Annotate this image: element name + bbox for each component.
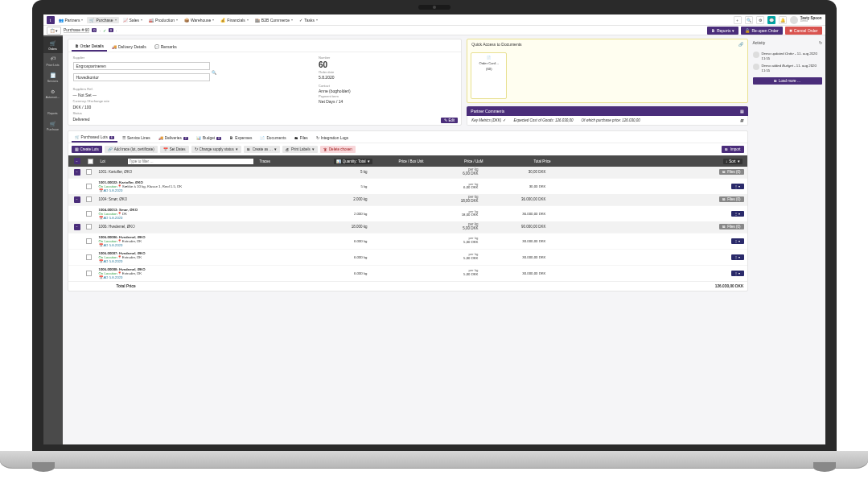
partner-comments-header[interactable]: Partner Comments ▦ bbox=[467, 106, 747, 116]
collapse-all-toggle[interactable]: − bbox=[74, 158, 80, 164]
collapse-toggle[interactable]: − bbox=[74, 169, 80, 176]
nav-financials[interactable]: 💰Financials▾ bbox=[218, 17, 251, 23]
order-date-label: Order date bbox=[319, 70, 456, 74]
reports-button[interactable]: 🗎 Reports ▾ bbox=[707, 27, 739, 35]
left-sidebar: 🛒Orders 🏷Price Lists 🧾Services ⚙Automati… bbox=[43, 35, 63, 444]
delete-chosen-button[interactable]: 🗑 Delete chosen bbox=[320, 146, 356, 153]
add-icon[interactable]: ＋ bbox=[734, 16, 742, 24]
collapse-toggle[interactable]: − bbox=[74, 224, 80, 230]
avatar bbox=[753, 64, 759, 70]
tab-delivery-details[interactable]: 🚚 Delivery Details bbox=[109, 42, 150, 52]
lot-group-name[interactable]: 1004: Smør, ØKO bbox=[99, 197, 308, 201]
activity-refresh-icon[interactable]: ↻ bbox=[819, 40, 822, 45]
attachment-icon[interactable]: 🔗 bbox=[738, 42, 743, 47]
file-icon: 📄 bbox=[487, 56, 491, 60]
group-total: 90.000,00 DKK bbox=[482, 225, 546, 229]
qty-col-header[interactable]: 📊 Quantity: Total ▾ bbox=[334, 159, 372, 164]
group-total: 36.000,00 DKK bbox=[482, 197, 546, 201]
lot-group-name[interactable]: 1001: Kartofler, ØKO bbox=[99, 170, 308, 174]
notifications-icon[interactable]: 🔔 bbox=[779, 16, 787, 24]
group-uom-price: per kg18,00 DKK bbox=[422, 196, 479, 204]
row-checkbox[interactable] bbox=[86, 196, 92, 202]
row-checkbox[interactable] bbox=[86, 169, 92, 175]
tab-purchased-lots[interactable]: 🛒 Purchased Lots 6 bbox=[72, 134, 117, 143]
nav-sales[interactable]: 📈Sales▾ bbox=[121, 17, 146, 23]
chat-icon[interactable]: 💬 bbox=[767, 16, 775, 24]
doc-tile-order-conf[interactable]: 📄 Order Conf… (60) bbox=[471, 52, 507, 99]
nav-partners[interactable]: 👥Partners▾ bbox=[56, 17, 86, 23]
tab-remarks[interactable]: 💬 Remarks bbox=[151, 42, 180, 52]
files-button[interactable]: 🗎 Files (0) bbox=[719, 224, 744, 229]
box-unit-col-header: Price / Box Unit bbox=[377, 159, 426, 164]
edit-button[interactable]: ✎ Edit bbox=[441, 118, 458, 123]
payment-value: Net Days / 14 bbox=[319, 99, 456, 104]
sort-button[interactable]: ↕ Sort ▾ bbox=[723, 159, 743, 164]
import-button[interactable]: 🗎 Import bbox=[722, 146, 744, 153]
avatar bbox=[790, 16, 798, 24]
tab-documents[interactable]: 📄 Documents bbox=[257, 134, 289, 143]
tab-order-details[interactable]: 🗎 Order Details bbox=[72, 42, 107, 52]
row-actions-button[interactable]: ⋮ ▾ bbox=[731, 184, 743, 189]
select-all-checkbox[interactable] bbox=[88, 159, 93, 164]
row-checkbox[interactable] bbox=[86, 224, 92, 229]
row-checkbox[interactable] bbox=[86, 254, 92, 260]
nav-tasks[interactable]: ✓Tasks▾ bbox=[297, 17, 320, 23]
filter-input[interactable] bbox=[128, 159, 253, 164]
app-logo[interactable]: t bbox=[47, 16, 55, 24]
row-actions-button[interactable]: ⋮ ▾ bbox=[731, 238, 743, 244]
row-actions-button[interactable]: ⋮ ▾ bbox=[731, 271, 743, 276]
sidebar-item-services[interactable]: 🧾Services bbox=[43, 69, 63, 85]
badge-2: 0 bbox=[109, 28, 113, 32]
supplier-relation-input[interactable]: Hovedkontor bbox=[73, 73, 210, 81]
tab-files[interactable]: 🖿 Files bbox=[291, 134, 311, 143]
back-button[interactable]: 📋 ▾ bbox=[47, 27, 61, 35]
cancel-order-button[interactable]: ✖ Cancel Order bbox=[785, 27, 822, 35]
lot-line-row: 1006-00008: Hvedemel, ØKO On Location📍 E… bbox=[68, 265, 747, 281]
create-lots-button[interactable]: ▦ Create Lots bbox=[72, 146, 102, 153]
nav-purchase[interactable]: 🛒Purchase▾ bbox=[87, 17, 118, 23]
set-dates-button[interactable]: 📅 Set Dates bbox=[160, 146, 189, 153]
nav-b2b[interactable]: 🏬B2B Commerce▾ bbox=[253, 17, 295, 23]
expand-icon[interactable]: ▦ bbox=[740, 109, 744, 114]
row-checkbox[interactable] bbox=[86, 184, 92, 189]
search-relation-icon[interactable]: 🔍 bbox=[212, 70, 216, 75]
sidebar-item-purchase[interactable]: 🛒Purchase bbox=[43, 118, 63, 134]
nav-production[interactable]: 🏭Production▾ bbox=[146, 17, 180, 23]
collapse-toggle[interactable]: − bbox=[74, 196, 80, 203]
nav-warehouse[interactable]: 📦Warehouse▾ bbox=[182, 17, 216, 23]
files-button[interactable]: 🗎 Files (0) bbox=[719, 196, 744, 202]
search-icon[interactable]: 🔍 bbox=[745, 16, 753, 24]
row-checkbox[interactable] bbox=[86, 238, 92, 244]
sidebar-item-automation[interactable]: ⚙Automati… bbox=[43, 85, 63, 101]
tab-service-lines[interactable]: ☰ Service Lines bbox=[119, 134, 154, 143]
settings-icon[interactable]: ⚙ bbox=[756, 16, 764, 24]
expand-metrics-icon[interactable]: ▦ bbox=[740, 118, 743, 122]
tab-integration-logs[interactable]: ↻ Integration Logs bbox=[313, 134, 352, 143]
supplier-input[interactable]: Engrospartneren bbox=[73, 62, 210, 70]
change-supply-button[interactable]: ↻ Change supply status ▾ bbox=[191, 146, 241, 153]
user-menu[interactable]: Tasty Spoon Demo bbox=[790, 16, 822, 24]
sidebar-item-orders[interactable]: 🛒Orders bbox=[43, 37, 63, 53]
reopen-order-button[interactable]: 🔓 Re-open Order bbox=[741, 27, 782, 35]
row-actions-button[interactable]: ⋮ ▾ bbox=[731, 211, 743, 217]
row-checkbox[interactable] bbox=[86, 211, 92, 217]
suppliers-ref-label: Suppliers Ref. bbox=[73, 87, 303, 91]
tab-expenses[interactable]: 🗎 Expenses bbox=[226, 134, 255, 143]
files-button[interactable]: 🗎 Files (0) bbox=[719, 169, 744, 175]
load-more-button[interactable]: 🗎 Load more … bbox=[753, 77, 822, 85]
lot-group-name[interactable]: 1006: Hvedemel, ØKO bbox=[99, 225, 308, 229]
tab-budget[interactable]: 📊 Budget 6 bbox=[193, 134, 224, 143]
sidebar-item-price-lists[interactable]: 🏷Price Lists bbox=[43, 53, 63, 69]
activity-title: Activity bbox=[753, 40, 766, 45]
row-checkbox[interactable] bbox=[86, 271, 92, 276]
add-trace-button[interactable]: 🔗 Add trace (lot, certificate) bbox=[105, 146, 158, 153]
row-actions-button[interactable]: ⋮ ▾ bbox=[731, 254, 743, 260]
tab-deliveries[interactable]: 🚚 Deliveries 2 bbox=[155, 134, 191, 143]
print-labels-button[interactable]: 🖨 Print Labels ▾ bbox=[282, 146, 318, 153]
sidebar-item-reports[interactable]: Reports bbox=[43, 101, 63, 118]
line-qty: 6.000 kg bbox=[311, 271, 368, 275]
line-total: 30.000,00 DKK bbox=[482, 255, 546, 259]
create-as-button[interactable]: 🗎 Create as … ▾ bbox=[244, 146, 280, 153]
traces-col-header: Traces bbox=[258, 159, 315, 164]
line-qty: 6.000 kg bbox=[311, 239, 368, 243]
